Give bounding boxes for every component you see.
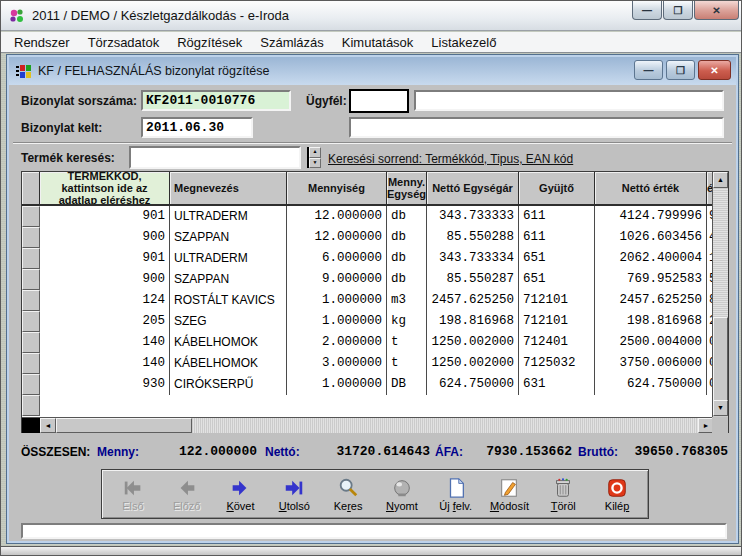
last-button[interactable]: Utolsó (268, 472, 320, 516)
cell-ertek: 769.952583 (595, 269, 707, 290)
cell-nev: SZEG (170, 311, 287, 332)
menu-rendszer[interactable]: Rendszer (5, 35, 79, 50)
maximize-button[interactable]: ❐ (663, 1, 693, 20)
cell-nev: SZAPPAN (170, 269, 287, 290)
trash-icon (551, 477, 575, 499)
cell-kod: 205 (40, 311, 170, 332)
close-button[interactable]: ✕ (694, 1, 739, 20)
cell-gyujto: 712101 (519, 311, 595, 332)
spinner-down-icon[interactable]: ▼ (309, 158, 321, 169)
table-row[interactable]: 930CIRÓKSERPŰ1.000000DB624.750000631624.… (40, 374, 714, 395)
dialog-restore-button[interactable]: ❐ (666, 60, 695, 80)
row-selector-cell[interactable] (22, 227, 40, 248)
table-row[interactable]: 140KÁBELHOMOK2.000000t1250.0020007124012… (40, 332, 714, 353)
print-button[interactable]: Nyomt (376, 472, 428, 516)
vertical-scroll-thumb[interactable] (713, 317, 728, 401)
horizontal-scroll-thumb[interactable] (56, 418, 192, 433)
menu-kimutatasok[interactable]: Kimutatások (333, 35, 423, 50)
row-selector-cell[interactable] (22, 311, 40, 332)
cell-egyseg: db (387, 206, 427, 227)
grid-header-selector (22, 172, 40, 206)
delete-button[interactable]: Töröl (537, 472, 589, 516)
menu-torzsadatok[interactable]: Törzsadatok (79, 35, 169, 50)
vertical-scrollbar[interactable]: ▲ ▼ (712, 172, 728, 417)
minimize-button[interactable]: — (632, 1, 662, 20)
row-selector-cell[interactable] (22, 332, 40, 353)
row-selector-cell[interactable] (22, 374, 40, 395)
cell-egysegar: 1250.002000 (427, 353, 519, 374)
cell-nev: ULTRADERM (170, 248, 287, 269)
print-label: Nyomt (386, 500, 418, 512)
cell-gyujto: 611 (519, 227, 595, 248)
dialog-close-button[interactable]: ✕ (698, 60, 731, 80)
brutto-label: Bruttó: (578, 445, 618, 459)
product-grid: TERMÉKKÓD, kattintson ide az adatlap elé… (21, 171, 729, 433)
row-selector-cell[interactable] (22, 395, 40, 416)
app-title: 2011 / DEMO / Készletgazdálkodás - e-Iro… (32, 8, 289, 23)
cell-nev: ULTRADERM (170, 206, 287, 227)
grid-header-row: TERMÉKKÓD, kattintson ide az adatlap elé… (22, 172, 714, 206)
status-input[interactable] (21, 523, 727, 539)
exit-button[interactable]: Kilép (591, 472, 643, 516)
search-button[interactable]: Keres (322, 472, 374, 516)
grid-header-mennyiseg: Mennyiség (287, 172, 387, 206)
scroll-up-icon[interactable]: ▲ (713, 172, 728, 188)
cell-kod: 140 (40, 353, 170, 374)
table-row[interactable]: 900SZAPPAN9.000000db85.550287651769.9525… (40, 269, 714, 290)
delete-label: Töröl (551, 500, 576, 512)
bizonylat-sorszama-field[interactable]: KF2011-0010776 (141, 90, 291, 111)
close-icon: ✕ (712, 5, 720, 16)
row-selector-cell[interactable] (22, 248, 40, 269)
magnifier-icon (336, 477, 360, 499)
dialog-titlebar[interactable]: KF / FELHASZNÁLÁS bizonylat rögzítése — … (9, 57, 736, 85)
cell-kod: 901 (40, 206, 170, 227)
mdi-background: KF / FELHASZNÁLÁS bizonylat rögzítése — … (1, 53, 742, 547)
last-arrow-icon (282, 477, 306, 499)
row-selector-cell[interactable] (22, 290, 40, 311)
menu-listakezelo[interactable]: Listakezelő (422, 35, 505, 50)
scroll-left-icon[interactable]: ◄ (40, 418, 56, 433)
ugyfel-name-field[interactable] (414, 90, 724, 111)
cell-egyseg: m3 (387, 290, 427, 311)
ugyfel-code-field[interactable] (349, 89, 409, 113)
cell-kod: 900 (40, 227, 170, 248)
grid-header-termekkod[interactable]: TERMÉKKÓD, kattintson ide az adatlap elé… (40, 172, 170, 206)
bizonylat-kelt-field[interactable]: 2011.06.30 (141, 117, 253, 138)
grid-header-netto-ertek: Nettó érték (595, 172, 707, 206)
table-row[interactable]: 901ULTRADERM12.000000db343.7333336114124… (40, 206, 714, 227)
scroll-down-icon[interactable]: ▼ (713, 400, 728, 416)
row-selector-cell[interactable] (22, 353, 40, 374)
row-selector-cell[interactable] (22, 269, 40, 290)
menny-label: Menny: (97, 445, 139, 459)
cell-gyujto: 712401 (519, 332, 595, 353)
search-order-spinner: ▲ ▼ (307, 147, 321, 168)
first-arrow-icon (121, 477, 145, 499)
new-record-button[interactable]: Új felv. (430, 472, 482, 516)
dialog-windows-logo-icon (15, 64, 32, 79)
next-button[interactable]: Követ (214, 472, 266, 516)
maximize-icon: ❐ (674, 5, 683, 16)
dialog-restore-icon: ❐ (676, 65, 685, 76)
table-row[interactable]: 124ROSTÁLT KAVICS1.000000m32457.62525071… (40, 290, 714, 311)
spinner-up-icon[interactable]: ▲ (309, 147, 321, 158)
next-arrow-icon (228, 477, 252, 499)
table-row[interactable]: 205SZEG1.000000kg198.816968712101198.816… (40, 311, 714, 332)
termek-kereses-label: Termék keresés: (21, 151, 115, 165)
table-row[interactable]: 140KÁBELHOMOK3.000000t1250.0020007125032… (40, 353, 714, 374)
dialog-close-icon: ✕ (710, 65, 718, 76)
modify-button[interactable]: Módosít (483, 472, 535, 516)
cell-kod: 124 (40, 290, 170, 311)
cell-egysegar: 343.733334 (427, 248, 519, 269)
dialog-minimize-button[interactable]: — (634, 60, 663, 80)
menu-rogzitesek[interactable]: Rögzítések (168, 35, 251, 50)
scrollbar-corner (712, 417, 728, 433)
table-row[interactable]: 900SZAPPAN12.000000db85.5502886111026.60… (40, 227, 714, 248)
row-selector-cell[interactable] (22, 206, 40, 227)
horizontal-scrollbar[interactable]: ◄ ► (22, 417, 714, 433)
cell-gyujto: 651 (519, 248, 595, 269)
cell-egysegar: 624.750000 (427, 374, 519, 395)
menu-szamlazas[interactable]: Számlázás (251, 35, 333, 50)
partner-name2-field[interactable] (349, 117, 724, 138)
table-row[interactable]: 901ULTRADERM6.000000db343.7333346512062.… (40, 248, 714, 269)
termek-kereses-input[interactable] (129, 146, 301, 169)
